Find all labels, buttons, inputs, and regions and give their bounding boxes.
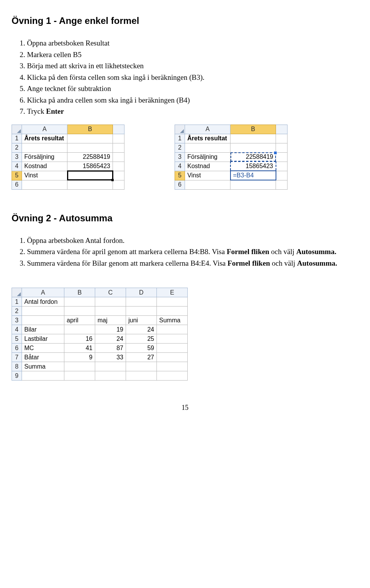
cell-c1[interactable] — [276, 134, 288, 143]
cell-b2[interactable] — [230, 143, 276, 152]
row-header-7[interactable]: 7 — [12, 353, 22, 362]
cell-a2[interactable] — [185, 143, 230, 152]
cell-c2[interactable] — [95, 307, 126, 316]
cell-b6[interactable] — [67, 180, 113, 189]
cell-a1[interactable]: Antal fordon — [22, 297, 64, 307]
cell-d5[interactable]: 25 — [126, 334, 157, 344]
cell-d1[interactable] — [126, 297, 157, 307]
cell-c2[interactable] — [113, 143, 124, 152]
col-header-e[interactable]: E — [157, 288, 188, 297]
cell-b4-reference[interactable]: 15865423 — [230, 162, 276, 171]
cell-e2[interactable] — [157, 307, 188, 316]
cell-c6[interactable] — [276, 180, 288, 189]
cell-a9[interactable] — [22, 371, 64, 381]
cell-a6[interactable] — [22, 180, 67, 189]
row-header-9[interactable]: 9 — [12, 371, 22, 381]
row-header-1[interactable]: 1 — [12, 297, 22, 307]
cell-b3[interactable]: april — [64, 316, 95, 325]
cell-c1[interactable] — [113, 134, 124, 143]
cell-c6[interactable]: 87 — [95, 344, 126, 353]
row-header-4[interactable]: 4 — [12, 325, 22, 334]
cell-b3[interactable]: 22588419 — [67, 152, 113, 162]
cell-b3-reference[interactable]: 22588419 — [230, 152, 276, 162]
cell-d9[interactable] — [126, 371, 157, 381]
row-header-3[interactable]: 3 — [175, 152, 185, 162]
cell-e3[interactable]: Summa — [157, 316, 188, 325]
cell-a2[interactable] — [22, 143, 67, 152]
row-header-6[interactable]: 6 — [12, 344, 22, 353]
cell-b2[interactable] — [64, 307, 95, 316]
select-all-corner[interactable] — [175, 125, 185, 134]
cell-b2[interactable] — [67, 143, 113, 152]
cell-a8[interactable]: Summa — [22, 362, 64, 371]
row-header-3[interactable]: 3 — [12, 152, 22, 162]
cell-c5[interactable]: 24 — [95, 334, 126, 344]
col-header-d[interactable]: D — [126, 288, 157, 297]
row-header-2[interactable]: 2 — [12, 143, 22, 152]
row-header-1[interactable]: 1 — [12, 134, 22, 143]
cell-a5[interactable]: Vinst — [22, 171, 67, 180]
cell-e6[interactable] — [157, 344, 188, 353]
cell-c5[interactable] — [113, 171, 124, 180]
cell-c8[interactable] — [95, 362, 126, 371]
cell-c3[interactable] — [113, 152, 124, 162]
cell-d2[interactable] — [126, 307, 157, 316]
cell-b5-formula[interactable]: =B3-B4 — [230, 171, 276, 180]
row-header-5[interactable]: 5 — [12, 334, 22, 344]
cell-a3[interactable] — [22, 316, 64, 325]
cell-d6[interactable]: 59 — [126, 344, 157, 353]
cell-e5[interactable] — [157, 334, 188, 344]
cell-a6[interactable] — [185, 180, 230, 189]
row-header-3[interactable]: 3 — [12, 316, 22, 325]
col-header-b[interactable]: B — [64, 288, 95, 297]
col-header-a[interactable]: A — [22, 288, 64, 297]
cell-b5-selected[interactable] — [67, 171, 113, 180]
cell-c5[interactable] — [276, 171, 288, 180]
cell-e9[interactable] — [157, 371, 188, 381]
row-header-6[interactable]: 6 — [175, 180, 185, 189]
cell-a4[interactable]: Bilar — [22, 325, 64, 334]
cell-e4[interactable] — [157, 325, 188, 334]
cell-e1[interactable] — [157, 297, 188, 307]
row-header-5[interactable]: 5 — [12, 171, 22, 180]
col-header-b[interactable]: B — [67, 125, 113, 134]
col-header-b[interactable]: B — [230, 125, 276, 134]
cell-c4[interactable] — [113, 162, 124, 171]
cell-b6[interactable]: 41 — [64, 344, 95, 353]
cell-c3[interactable]: maj — [95, 316, 126, 325]
cell-b6[interactable] — [230, 180, 276, 189]
cell-b1[interactable] — [64, 297, 95, 307]
cell-a7[interactable]: Båtar — [22, 353, 64, 362]
cell-a4[interactable]: Kostnad — [185, 162, 230, 171]
cell-c3[interactable] — [276, 152, 288, 162]
cell-d8[interactable] — [126, 362, 157, 371]
row-header-1[interactable]: 1 — [175, 134, 185, 143]
cell-c1[interactable] — [95, 297, 126, 307]
cell-a5[interactable]: Lastbilar — [22, 334, 64, 344]
cell-a2[interactable] — [22, 307, 64, 316]
cell-b8[interactable] — [64, 362, 95, 371]
cell-b7[interactable]: 9 — [64, 353, 95, 362]
cell-b1[interactable] — [230, 134, 276, 143]
cell-d3[interactable]: juni — [126, 316, 157, 325]
cell-b1[interactable] — [67, 134, 113, 143]
cell-d7[interactable]: 27 — [126, 353, 157, 362]
cell-a3[interactable]: Försäljning — [22, 152, 67, 162]
cell-c9[interactable] — [95, 371, 126, 381]
col-header-a[interactable]: A — [185, 125, 230, 134]
row-header-4[interactable]: 4 — [12, 162, 22, 171]
col-header-c[interactable]: C — [95, 288, 126, 297]
cell-a6[interactable]: MC — [22, 344, 64, 353]
cell-b5[interactable]: 16 — [64, 334, 95, 344]
cell-a5[interactable]: Vinst — [185, 171, 230, 180]
col-header-extra[interactable] — [113, 125, 124, 134]
cell-b4[interactable] — [64, 325, 95, 334]
row-header-2[interactable]: 2 — [12, 307, 22, 316]
select-all-corner[interactable] — [12, 288, 22, 297]
cell-c4[interactable] — [276, 162, 288, 171]
row-header-2[interactable]: 2 — [175, 143, 185, 152]
cell-b9[interactable] — [64, 371, 95, 381]
cell-c4[interactable]: 19 — [95, 325, 126, 334]
cell-c6[interactable] — [113, 180, 124, 189]
cell-c2[interactable] — [276, 143, 288, 152]
